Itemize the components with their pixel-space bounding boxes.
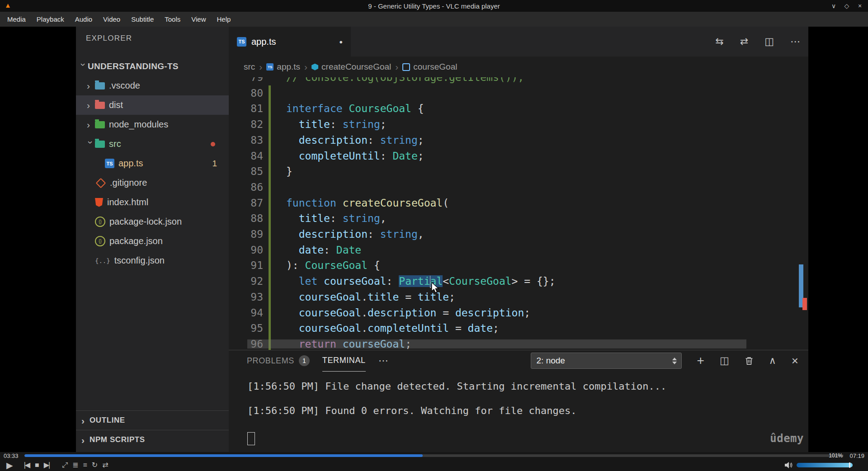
tree-item-dist[interactable]: ›dist (76, 95, 229, 115)
seek-slider[interactable] (24, 454, 844, 457)
line-number[interactable]: 86 (229, 179, 263, 195)
code-line[interactable]: 95 courseGoal.completeUntil = date; (229, 320, 808, 336)
terminal-shell-select[interactable]: 2: node (531, 353, 682, 369)
section-outline[interactable]: ›OUTLINE (76, 410, 229, 430)
menu-subtitle[interactable]: Subtitle (126, 12, 159, 27)
menu-view[interactable]: View (186, 12, 211, 27)
next-button[interactable]: ▶| (41, 462, 52, 469)
maximize-icon[interactable]: ◇ (843, 2, 850, 9)
video-area[interactable]: EXPLORER › UNDERSTANDING-TS ›.vscode›dis… (0, 27, 868, 452)
split-editor-icon[interactable]: ◫ (764, 37, 774, 47)
playlist-button[interactable]: ≡ (80, 462, 89, 469)
line-number[interactable]: 81 (229, 101, 263, 117)
breadcrumb-item-src[interactable]: src (244, 62, 255, 72)
line-number[interactable]: 83 (229, 132, 263, 148)
stop-button[interactable]: ■ (32, 462, 41, 469)
speaker-icon[interactable] (784, 462, 793, 469)
play-button[interactable]: ▶ (4, 461, 15, 470)
menu-playback[interactable]: Playback (31, 12, 70, 27)
tree-item-package-json[interactable]: {}package.json (76, 231, 229, 251)
code-line[interactable]: 93 courseGoal.title = title; (229, 289, 808, 305)
line-number[interactable]: 84 (229, 148, 263, 164)
tree-item-package-lock-json[interactable]: {}package-lock.json (76, 212, 229, 231)
panel-more-actions-icon[interactable]: ⋯ (378, 355, 388, 367)
unsaved-dot-icon[interactable]: ● (339, 38, 343, 45)
breadcrumb-item-app-ts[interactable]: TSapp.ts (266, 62, 300, 72)
line-number[interactable]: 89 (229, 226, 263, 242)
code-editor[interactable]: 79// console.log(objStorage.getItems());… (229, 77, 808, 350)
code-line[interactable]: 92 let courseGoal: Partial<CourseGoal> =… (229, 273, 808, 289)
volume-slider[interactable] (797, 463, 853, 467)
code-line[interactable]: 88 title: string, (229, 211, 808, 226)
menu-audio[interactable]: Audio (70, 12, 98, 27)
close-panel-icon[interactable]: × (792, 355, 798, 367)
code-line[interactable]: 83 description: string; (229, 132, 808, 148)
tree-root-folder[interactable]: › UNDERSTANDING-TS (76, 57, 229, 76)
horizontal-scrollbar[interactable] (247, 339, 746, 349)
kill-terminal-icon[interactable] (745, 356, 754, 365)
more-actions-icon[interactable]: ⋯ (790, 37, 800, 47)
tree-item-index-html[interactable]: index.html (76, 193, 229, 212)
breadcrumb-item-createcoursegoal[interactable]: createCourseGoal (311, 62, 391, 72)
menu-media[interactable]: Media (2, 12, 31, 27)
previous-button[interactable]: |◀ (21, 462, 32, 469)
code-line[interactable]: 79// console.log(objStorage.getItems()); (229, 77, 808, 85)
maximize-panel-icon[interactable]: ∧ (769, 356, 776, 366)
line-number[interactable]: 91 (229, 258, 263, 273)
token: { (411, 103, 424, 114)
code-line[interactable]: 81interface CourseGoal { (229, 101, 808, 117)
terminal-output[interactable]: [1:56:50 PM] File change detected. Start… (229, 371, 808, 452)
line-number[interactable]: 90 (229, 242, 263, 258)
section-npm-scripts[interactable]: ›NPM SCRIPTS (76, 430, 229, 449)
line-number[interactable]: 85 (229, 164, 263, 179)
line-number[interactable]: 94 (229, 305, 263, 321)
code-line[interactable]: 94 courseGoal.description = description; (229, 305, 808, 321)
code-line[interactable]: 82 title: string; (229, 117, 808, 132)
problems-badge: 1 (299, 355, 310, 366)
tree-item-gitignore[interactable]: .gitignore (76, 173, 229, 193)
breadcrumb-item-coursegoal[interactable]: courseGoal (402, 62, 457, 72)
open-changes-icon[interactable]: ⇆ (715, 37, 723, 47)
new-terminal-icon[interactable]: + (697, 354, 704, 367)
code-line[interactable]: 89 description: string, (229, 226, 808, 242)
panel-tab-problems[interactable]: PROBLEMS1 (247, 350, 310, 371)
compare-changes-icon[interactable]: ⇄ (740, 37, 748, 47)
tree-item-src[interactable]: ›src (76, 134, 229, 154)
loop-button[interactable]: ↻ (89, 462, 99, 469)
line-number[interactable]: 80 (229, 85, 263, 101)
line-number[interactable]: 95 (229, 320, 263, 336)
fullscreen-button[interactable]: ⤢ (59, 462, 70, 469)
tab-app-ts[interactable]: TS app.ts ● (229, 27, 351, 57)
line-number[interactable]: 82 (229, 117, 263, 132)
line-number[interactable]: 92 (229, 273, 263, 289)
menu-video[interactable]: Video (98, 12, 126, 27)
code-line[interactable]: 87function createCourseGoal( (229, 195, 808, 211)
code-line[interactable]: 91): CourseGoal { (229, 258, 808, 273)
menu-tools[interactable]: Tools (159, 12, 186, 27)
tree-item-app-ts[interactable]: TSapp.ts1 (76, 154, 229, 173)
tree-item-tsconfig-json[interactable]: {..}tsconfig.json (76, 251, 229, 270)
split-terminal-icon[interactable]: ◫ (720, 356, 729, 366)
line-number[interactable]: 87 (229, 195, 263, 211)
panel-tab-terminal[interactable]: TERMINAL (322, 350, 366, 372)
minimize-icon[interactable]: ∨ (830, 2, 837, 9)
tree-item-vscode[interactable]: ›.vscode (76, 76, 229, 95)
line-number[interactable]: 79 (229, 77, 263, 85)
code-line[interactable]: 90 date: Date (229, 242, 808, 258)
code-text: title: string, (271, 211, 387, 226)
code-line[interactable]: 84 completeUntil: Date; (229, 148, 808, 164)
code-line[interactable]: 85} (229, 164, 808, 179)
menu-help[interactable]: Help (212, 12, 236, 27)
breadcrumb: src›TSapp.ts›createCourseGoal›courseGoal (229, 57, 808, 77)
tree-item-node-modules[interactable]: ›node_modules (76, 115, 229, 134)
code-line[interactable]: 86 (229, 179, 808, 195)
random-button[interactable]: ⇄ (99, 462, 110, 469)
code-text: description: string, (271, 226, 424, 242)
code-line[interactable]: 80 (229, 85, 808, 101)
line-number[interactable]: 88 (229, 211, 263, 226)
close-icon[interactable]: × (856, 2, 863, 9)
volume-knob[interactable] (849, 462, 850, 468)
line-number[interactable]: 93 (229, 289, 263, 305)
token: courseGoal (299, 291, 361, 303)
extended-settings-button[interactable]: ≣ (70, 462, 80, 469)
